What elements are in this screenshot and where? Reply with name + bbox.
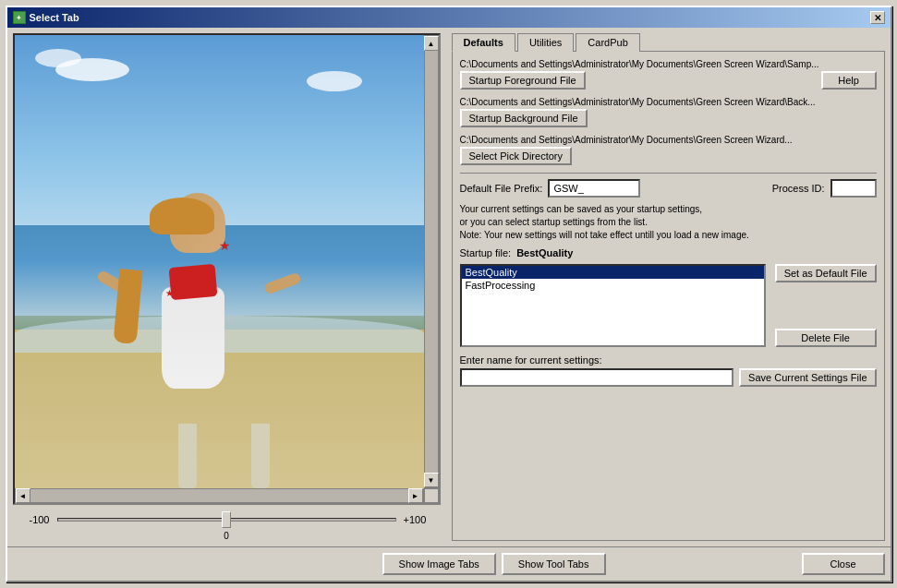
- dialog-title: Select Tab: [30, 12, 79, 23]
- preview-image: ★ ★: [15, 35, 424, 488]
- prefix-input[interactable]: [548, 179, 640, 198]
- bottom-bar: Show Image Tabs Show Tool Tabs Close: [7, 546, 891, 581]
- foreground-row: Startup Foreground File Help: [460, 71, 877, 90]
- select-pick-directory-button[interactable]: Select Pick Directory: [460, 147, 572, 165]
- list-section: BestQuality FastProcessing Set as Defaul…: [460, 264, 877, 347]
- enter-name-label: Enter name for current settings:: [460, 354, 877, 366]
- title-bar: ✦ Select Tab ✕: [7, 7, 891, 28]
- background-section: C:\Documents and Settings\Administrator\…: [460, 97, 877, 127]
- app-icon: ✦: [13, 11, 26, 24]
- startup-background-button[interactable]: Startup Background File: [460, 109, 588, 127]
- left-panel: ★ ★ ▲ ▼ ◄: [7, 28, 446, 546]
- pick-row: Select Pick Directory: [460, 147, 877, 165]
- dialog-body: ★ ★ ▲ ▼ ◄: [7, 28, 891, 546]
- pick-section: C:\Documents and Settings\Administrator\…: [460, 135, 877, 165]
- scroll-track-h: [30, 489, 408, 502]
- prefix-row: Default File Prefix: Process ID:: [460, 179, 877, 198]
- background-path: C:\Documents and Settings\Administrator\…: [460, 97, 877, 107]
- slider-max: +100: [404, 514, 441, 525]
- save-settings-button[interactable]: Save Current Settings File: [739, 368, 876, 387]
- foreground-section: C:\Documents and Settings\Administrator\…: [460, 59, 877, 90]
- right-panel: Defaults Utilities CardPub C:\Documents …: [446, 28, 891, 546]
- tab-cardpub[interactable]: CardPub: [576, 33, 639, 52]
- list-item-fastprocessing[interactable]: FastProcessing: [462, 279, 764, 292]
- pick-path: C:\Documents and Settings\Administrator\…: [460, 135, 877, 145]
- startup-foreground-button[interactable]: Startup Foreground File: [460, 71, 586, 90]
- image-area: ★ ★ ▲ ▼ ◄: [13, 33, 441, 505]
- slider-container: -100 +100: [13, 510, 441, 529]
- background-row: Startup Background File: [460, 109, 877, 127]
- tab-content-defaults: C:\Documents and Settings\Administrator\…: [452, 51, 885, 541]
- close-button[interactable]: Close: [802, 553, 885, 575]
- enter-name-input[interactable]: [460, 368, 734, 387]
- help-button[interactable]: Help: [821, 71, 877, 90]
- tab-defaults[interactable]: Defaults: [452, 33, 515, 52]
- foreground-path: C:\Documents and Settings\Administrator\…: [460, 59, 877, 69]
- show-image-tabs-button[interactable]: Show Image Tabs: [382, 553, 496, 575]
- bottom-buttons: Show Image Tabs Show Tool Tabs Close: [382, 553, 885, 575]
- enter-name-row: Save Current Settings File: [460, 368, 877, 387]
- scroll-track-v: [425, 51, 438, 473]
- scroll-left-btn[interactable]: ◄: [16, 488, 30, 503]
- slider-track: [57, 518, 396, 522]
- list-side-buttons: Set as Default File Delete File: [775, 264, 877, 347]
- set-default-button[interactable]: Set as Default File: [775, 264, 877, 282]
- scroll-down-btn[interactable]: ▼: [424, 473, 439, 487]
- slider-mid: 0: [13, 531, 441, 541]
- dialog-window: ✦ Select Tab ✕: [6, 6, 892, 582]
- startup-file-label: Startup file:: [460, 247, 512, 258]
- process-id-label: Process ID:: [772, 183, 825, 194]
- scroll-up-btn[interactable]: ▲: [424, 36, 439, 51]
- separator-1: [460, 173, 877, 174]
- process-id-input[interactable]: [830, 179, 877, 198]
- list-item-bestquality[interactable]: BestQuality: [462, 266, 764, 279]
- slider-min: -100: [13, 514, 50, 525]
- close-icon[interactable]: ✕: [870, 11, 885, 24]
- scroll-right-btn[interactable]: ►: [408, 488, 423, 503]
- startup-list[interactable]: BestQuality FastProcessing: [460, 264, 766, 347]
- slider-thumb[interactable]: [222, 511, 231, 528]
- tab-utilities[interactable]: Utilities: [517, 33, 574, 52]
- info-text: Your current settings can be saved as yo…: [460, 203, 877, 242]
- delete-file-button[interactable]: Delete File: [775, 329, 877, 347]
- image-slider[interactable]: [57, 510, 396, 529]
- show-tool-tabs-button[interactable]: Show Tool Tabs: [502, 553, 606, 575]
- enter-name-section: Enter name for current settings: Save Cu…: [460, 354, 877, 387]
- tab-bar: Defaults Utilities CardPub: [452, 33, 885, 52]
- vertical-scrollbar[interactable]: ▲ ▼: [424, 35, 439, 488]
- prefix-label: Default File Prefix:: [460, 183, 543, 194]
- startup-file-row: Startup file: BestQuality: [460, 247, 877, 258]
- startup-file-value: BestQuality: [516, 247, 573, 258]
- title-bar-left: ✦ Select Tab: [13, 11, 79, 24]
